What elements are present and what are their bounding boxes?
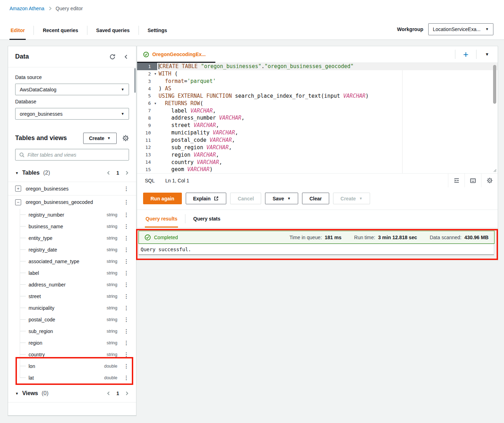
code-line-2[interactable]: 2▼WITH (: [137, 70, 498, 78]
code-line-13[interactable]: 13 region VARCHAR,: [137, 151, 498, 158]
save-button[interactable]: Save ▼: [265, 193, 298, 204]
collapse-minus-icon[interactable]: −: [15, 199, 21, 205]
column-type: string: [106, 294, 117, 299]
line-number: 13: [137, 151, 157, 158]
views-count: (0): [42, 390, 49, 397]
sql-code-editor[interactable]: 1CREATE TABLE "oregon_businesses"."orego…: [137, 63, 498, 173]
page-prev-icon[interactable]: [106, 170, 111, 175]
keyboard-shortcuts-icon[interactable]: [465, 174, 481, 187]
page-prev-icon[interactable]: [106, 391, 111, 396]
data-panel-title: Data: [15, 53, 102, 60]
tree-dash: [20, 343, 26, 343]
code-line-8[interactable]: 8 address_number VARCHAR,: [137, 114, 498, 122]
tables-section-header[interactable]: ▼ Tables (2) 1: [15, 167, 129, 179]
code-line-12[interactable]: 12 sub_region VARCHAR,: [137, 144, 498, 151]
column-menu-icon[interactable]: ⋮: [124, 375, 129, 381]
table-row-oregon-businesses[interactable]: + oregon_businesses ⋮: [8, 182, 136, 195]
workgroup-select[interactable]: LocationServiceExa... ▼: [428, 23, 493, 35]
editor-scrollbar[interactable]: [493, 65, 496, 104]
tab-editor[interactable]: Editor: [10, 21, 26, 40]
column-menu-icon[interactable]: ⋮: [124, 363, 129, 369]
tab-query-results[interactable]: Query results: [145, 210, 178, 228]
column-menu-icon[interactable]: ⋮: [124, 282, 129, 288]
page-next-icon[interactable]: [125, 391, 129, 396]
collapse-panel-icon[interactable]: [123, 54, 129, 60]
column-menu-icon[interactable]: ⋮: [124, 258, 129, 265]
cancel-button[interactable]: Cancel: [230, 193, 261, 204]
table-menu-icon[interactable]: ⋮: [124, 186, 129, 192]
breadcrumb-amazon-athena[interactable]: Amazon Athena: [10, 6, 44, 11]
views-section-header[interactable]: ▼ Views (0) 1: [15, 388, 129, 399]
column-menu-icon[interactable]: ⋮: [124, 340, 129, 346]
code-text: address_number VARCHAR,: [157, 115, 245, 121]
code-line-6[interactable]: 6▼ RETURNS ROW(: [137, 99, 498, 107]
editor-settings-gear-icon[interactable]: [481, 174, 498, 187]
code-line-9[interactable]: 9 street VARCHAR,: [137, 122, 498, 129]
divider: [185, 214, 185, 223]
column-menu-icon[interactable]: ⋮: [124, 270, 129, 276]
chevron-down-icon: ▼: [485, 28, 489, 31]
code-text: country VARCHAR,: [157, 159, 222, 165]
tree-dash: [20, 238, 26, 238]
new-tab-plus-icon[interactable]: +: [455, 50, 476, 59]
column-menu-icon[interactable]: ⋮: [124, 212, 129, 218]
chevron-down-icon: ▼: [359, 197, 363, 200]
check-circle-icon: [143, 52, 149, 58]
tab-list-dropdown-icon[interactable]: ▼: [477, 52, 498, 57]
expand-plus-icon[interactable]: +: [15, 186, 21, 192]
code-line-1[interactable]: 1CREATE TABLE "oregon_businesses"."orego…: [137, 63, 498, 70]
gear-icon[interactable]: [122, 135, 129, 141]
run-again-button[interactable]: Run again: [143, 193, 182, 204]
search-icon: [19, 152, 25, 158]
tab-query-stats[interactable]: Query stats: [192, 210, 221, 228]
line-number: 15: [137, 166, 157, 173]
code-line-5[interactable]: 5USING EXTERNAL FUNCTION search_place_in…: [137, 92, 498, 99]
filter-tables-input[interactable]: [27, 152, 125, 158]
column-row-entity_type: entity_typestring⋮: [8, 232, 136, 244]
create-button[interactable]: Create ▼: [83, 133, 117, 144]
breadcrumb-current: Query editor: [56, 6, 83, 11]
column-menu-icon[interactable]: ⋮: [124, 351, 129, 358]
code-fold-icon[interactable]: ▼: [154, 72, 156, 75]
data-source-select[interactable]: AwsDataCatalog ▼: [15, 84, 129, 95]
tree-dash: [20, 366, 26, 366]
database-select[interactable]: oregon_businesses ▼: [15, 108, 129, 120]
refresh-icon[interactable]: [109, 54, 116, 60]
tab-saved-queries[interactable]: Saved queries: [95, 21, 131, 40]
code-text: RETURNS ROW(: [157, 100, 203, 107]
format-query-icon[interactable]: [448, 174, 465, 187]
table-menu-icon[interactable]: ⋮: [124, 199, 129, 205]
code-line-4[interactable]: 4) AS: [137, 85, 498, 92]
page-next-icon[interactable]: [125, 170, 129, 175]
code-text: municipality VARCHAR,: [157, 129, 238, 136]
column-menu-icon[interactable]: ⋮: [124, 293, 129, 300]
workgroup-value: LocationServiceExa...: [433, 26, 480, 32]
code-line-10[interactable]: 10 municipality VARCHAR,: [137, 129, 498, 137]
query-tab[interactable]: OregonGeocodingEx...: [137, 46, 215, 62]
line-number: 1: [137, 63, 157, 70]
code-line-3[interactable]: 3 format='parquet': [137, 78, 498, 85]
column-menu-icon[interactable]: ⋮: [124, 328, 129, 334]
code-line-11[interactable]: 11 postal_code VARCHAR,: [137, 137, 498, 144]
column-menu-icon[interactable]: ⋮: [124, 247, 129, 253]
column-menu-icon[interactable]: ⋮: [124, 305, 129, 311]
code-fold-icon[interactable]: ▼: [154, 102, 156, 105]
code-line-15[interactable]: 15 geom VARCHAR): [137, 166, 498, 173]
code-line-14[interactable]: 14 country VARCHAR,: [137, 158, 498, 166]
resize-handle-icon[interactable]: [493, 168, 497, 172]
table-row-oregon-businesses-geocoded[interactable]: − oregon_businesses_geocoded ⋮: [8, 195, 136, 209]
column-menu-icon[interactable]: ⋮: [124, 235, 129, 241]
column-menu-icon[interactable]: ⋮: [124, 316, 129, 323]
explain-button[interactable]: Explain: [186, 193, 227, 204]
create-query-button[interactable]: Create ▼: [333, 193, 370, 204]
tab-recent-queries[interactable]: Recent queries: [42, 21, 79, 40]
column-menu-icon[interactable]: ⋮: [124, 223, 129, 230]
tab-settings[interactable]: Settings: [147, 21, 168, 40]
clear-button[interactable]: Clear: [302, 193, 329, 204]
line-number: 7: [137, 107, 157, 114]
sidebar-scrollbar[interactable]: [134, 68, 136, 93]
column-row-street: streetstring⋮: [8, 290, 136, 302]
code-line-7[interactable]: 7 label VARCHAR,: [137, 107, 498, 114]
database-label: Database: [15, 99, 129, 106]
column-row-registry_date: registry_datestring⋮: [8, 244, 136, 255]
